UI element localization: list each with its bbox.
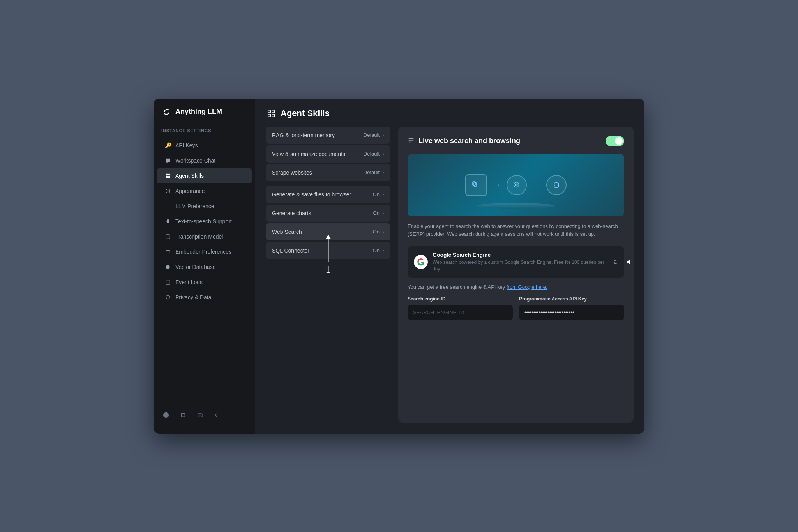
transcription-icon	[164, 233, 171, 240]
preview-search-icon	[507, 175, 527, 195]
chevron-right-icon: ›	[383, 133, 384, 138]
sidebar-item-llm-preference[interactable]: LLM Preference	[157, 199, 252, 214]
app-window: Anything LLM INSTANCE SETTINGS 🔑 API Key…	[154, 99, 644, 434]
chevron-right-icon: ›	[383, 192, 384, 197]
sidebar-item-label: Privacy & Data	[175, 294, 212, 300]
sidebar-item-label: Appearance	[175, 188, 205, 194]
api-keys-icon: 🔑	[164, 142, 171, 149]
provider-name: Google Search Engine	[433, 252, 608, 258]
app-title: Anything LLM	[175, 108, 222, 116]
sidebar-item-event-logs[interactable]: Event Logs	[157, 275, 252, 290]
sidebar-item-label: Text-to-speech Support	[175, 218, 232, 224]
api-key-input[interactable]	[519, 305, 624, 320]
tts-icon	[164, 218, 171, 225]
skill-label: Generate & save files to browser	[272, 191, 351, 198]
sidebar: Anything LLM INSTANCE SETTINGS 🔑 API Key…	[154, 99, 255, 434]
skill-label: Generate charts	[272, 210, 311, 216]
engine-id-input[interactable]	[408, 305, 513, 320]
free-link-text: You can get a free search engine & API k…	[408, 284, 624, 290]
sidebar-item-label: Transcription Model	[175, 233, 223, 240]
skill-item-generate-charts[interactable]: Generate charts On ›	[266, 205, 390, 222]
sidebar-item-tts[interactable]: Text-to-speech Support	[157, 214, 252, 229]
svg-point-5	[167, 190, 169, 192]
page-header: Agent Skills	[255, 99, 644, 127]
detail-header: Live web search and browsing	[408, 136, 624, 146]
skill-item-right: On ›	[373, 210, 384, 216]
provider-chevron-icon	[613, 258, 618, 266]
skill-badge: Default	[364, 170, 380, 175]
svg-rect-7	[166, 234, 170, 239]
preview-arrow-2: →	[533, 181, 540, 189]
google-logo	[414, 255, 428, 269]
skill-item-right: Default ›	[364, 151, 384, 157]
arrow-head	[326, 235, 330, 239]
svg-rect-13	[166, 280, 170, 284]
app-body: Anything LLM INSTANCE SETTINGS 🔑 API Key…	[154, 99, 644, 434]
sidebar-items-list: 🔑 API Keys Workspace Chat Agent Skills	[154, 138, 255, 401]
web-search-toggle[interactable]	[606, 136, 624, 146]
annotation-2: 2	[626, 256, 634, 268]
svg-rect-10	[166, 250, 170, 253]
google-link[interactable]: from Google here.	[507, 284, 547, 290]
skills-panel: RAG & long-term memory Default › View & …	[266, 127, 390, 423]
skill-item-scrape[interactable]: Scrape websites Default ›	[266, 164, 390, 181]
fields-row: Search engine ID Programmatic Access API…	[408, 296, 624, 320]
skill-label: Scrape websites	[272, 170, 312, 176]
api-key-field-group: Programmatic Access API Key	[519, 296, 624, 320]
footer-icon-support[interactable]	[160, 409, 172, 421]
chevron-right-icon: ›	[383, 210, 384, 216]
arrow-head-left	[626, 260, 630, 264]
sidebar-item-appearance[interactable]: Appearance	[157, 184, 252, 198]
provider-selector[interactable]: Google Search Engine Web search powered …	[408, 246, 624, 278]
agent-skills-icon	[164, 172, 171, 179]
skill-item-right: On ›	[373, 247, 384, 253]
skill-badge: Default	[364, 151, 380, 157]
sidebar-item-workspace-chat[interactable]: Workspace Chat	[157, 153, 252, 168]
footer-icon-discord[interactable]	[194, 409, 207, 421]
footer-icon-docs[interactable]	[177, 409, 189, 421]
sidebar-item-vector-db[interactable]: Vector Database	[157, 260, 252, 274]
provider-desc: Web search powered by a custom Google Se…	[433, 259, 608, 272]
preview-arrow-1: →	[493, 181, 500, 189]
svg-point-27	[554, 182, 559, 184]
svg-rect-2	[166, 176, 168, 177]
sidebar-item-transcription[interactable]: Transcription Model	[157, 229, 252, 244]
skill-badge: Default	[364, 132, 380, 138]
toggle-skills-group: Generate & save files to browser On › Ge…	[266, 186, 390, 261]
privacy-icon	[164, 294, 171, 301]
skill-label: View & summarize documents	[272, 151, 345, 157]
skill-item-rag[interactable]: RAG & long-term memory Default ›	[266, 127, 390, 144]
main-content: Agent Skills RAG & long-term memory Defa…	[255, 99, 644, 434]
skill-item-generate-save[interactable]: Generate & save files to browser On ›	[266, 186, 390, 203]
description-text: Enable your agent to search the web to a…	[408, 223, 624, 239]
skill-badge: On	[373, 191, 380, 197]
toggle-knob	[615, 137, 623, 145]
skill-item-web-search[interactable]: Web Search On › 1	[266, 223, 390, 240]
chevron-right-icon: ›	[383, 229, 384, 235]
skill-label: Web Search	[272, 229, 302, 235]
app-logo: Anything LLM	[154, 106, 255, 125]
default-skills-group: RAG & long-term memory Default › View & …	[266, 127, 390, 183]
skill-label: SQL Connector	[272, 247, 309, 254]
chevron-right-icon: ›	[383, 248, 384, 253]
skill-item-right: Default ›	[364, 170, 384, 175]
skill-item-sql-connector[interactable]: SQL Connector On ›	[266, 242, 390, 259]
sidebar-item-agent-skills[interactable]: Agent Skills	[157, 168, 252, 183]
workspace-chat-icon	[164, 157, 171, 164]
annotation-arrow-line-2	[626, 262, 634, 262]
svg-rect-3	[168, 176, 170, 177]
engine-id-label: Search engine ID	[408, 296, 513, 302]
provider-info: Google Search Engine Web search powered …	[433, 252, 608, 272]
free-link-prefix: You can get a free search engine & API k…	[408, 284, 505, 290]
skill-item-view-docs[interactable]: View & summarize documents Default ›	[266, 145, 390, 163]
footer-icon-back[interactable]	[211, 409, 224, 421]
preview-db-icon	[546, 175, 567, 195]
logo-icon	[161, 106, 172, 117]
sidebar-item-privacy[interactable]: Privacy & Data	[157, 290, 252, 305]
sidebar-item-embedder[interactable]: Embedder Preferences	[157, 244, 252, 259]
sidebar-item-api-keys[interactable]: 🔑 API Keys	[157, 138, 252, 153]
annotation-number-1: 1	[326, 264, 331, 276]
engine-id-field-group: Search engine ID	[408, 296, 513, 320]
sidebar-item-label: Embedder Preferences	[175, 249, 231, 255]
sidebar-item-label: LLM Preference	[175, 203, 214, 209]
